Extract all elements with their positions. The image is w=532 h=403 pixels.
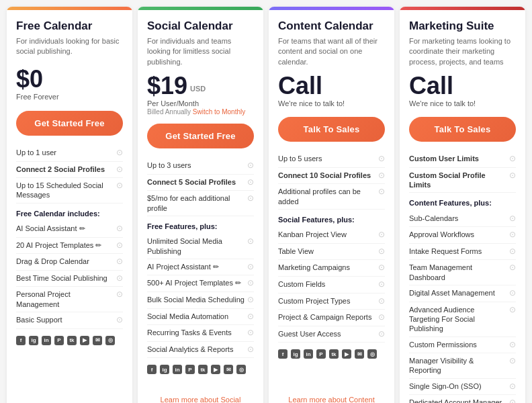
- info-icon-6: ⊙: [116, 273, 123, 284]
- feature-support-free: Basic Support ⊙: [16, 312, 123, 329]
- plan-desc-content: For teams that want all of their content…: [278, 36, 385, 67]
- yt-icon-s: ▶: [211, 365, 220, 374]
- plan-price-marketing: Call: [409, 74, 516, 98]
- feature-dam-marketing: Digital Asset Management ⊙: [409, 285, 516, 302]
- feature-user-limits-marketing: Custom User Limits ⊙: [409, 151, 516, 168]
- info-icon-0: ⊙: [116, 148, 123, 159]
- plan-body-social: Social Calendar For individuals and team…: [138, 10, 263, 403]
- info-icon-m0: ⊙: [509, 154, 516, 165]
- info-icon-m10: ⊙: [509, 382, 516, 392]
- feature-team-mgmt-marketing: Team Management Dashboard ⊙: [409, 260, 516, 285]
- info-icon-m6: ⊙: [509, 288, 516, 299]
- cta-button-marketing[interactable]: Talk To Sales: [409, 117, 516, 142]
- feature-automation-social: Social Media Automation ⊙: [147, 309, 254, 326]
- info-icon-s1: ⊙: [247, 177, 254, 188]
- feature-project-types-content: Custom Project Types ⊙: [278, 294, 385, 310]
- pin-icon-c: P: [316, 349, 326, 359]
- info-icon-s5: ⊙: [247, 278, 254, 289]
- fb-icon-s: f: [147, 365, 157, 374]
- feature-profiles-free: Connect 2 Social Profiles ⊙: [16, 162, 123, 179]
- li-icon: in: [42, 336, 51, 345]
- feature-unlimited-social: Unlimited Social Media Publishing ⊙: [147, 234, 254, 259]
- feature-users-content: Up to 5 users ⊙: [278, 151, 385, 168]
- feature-visibility-marketing: Manager Visibility & Reporting ⊙: [409, 353, 516, 379]
- info-icon-2: ⊙: [116, 181, 123, 191]
- plan-body-free: Free Calendar For individuals looking fo…: [7, 10, 132, 403]
- info-icon-m8: ⊙: [509, 340, 516, 351]
- feature-extra-content: Additional profiles can be added ⊙: [278, 184, 385, 210]
- pin-icon-s: P: [185, 365, 195, 374]
- tk-icon-c: tk: [329, 349, 339, 359]
- plan-name-content: Content Calendar: [278, 19, 385, 33]
- plan-name-marketing: Marketing Suite: [409, 19, 516, 33]
- info-icon-c8: ⊙: [378, 312, 385, 323]
- plan-price-sub-free: Free Forever: [16, 93, 123, 101]
- info-icon-4: ⊙: [116, 240, 123, 251]
- plan-body-marketing: Marketing Suite For marketing teams look…: [400, 10, 525, 403]
- cta-button-content[interactable]: Talk To Sales: [278, 117, 385, 142]
- social-icons-social: f ig in P tk ▶ ✉ ◎: [147, 365, 254, 374]
- info-icon-3: ⊙: [116, 224, 123, 234]
- feature-messages-free: Up to 15 Scheduled Social Messages ⊙: [16, 178, 123, 204]
- plan-price-content: Call: [278, 74, 385, 98]
- plan-name-free: Free Calendar: [16, 19, 123, 33]
- info-icon-c1: ⊙: [378, 171, 385, 181]
- info-icon-m5: ⊙: [509, 263, 516, 273]
- info-icon-c9: ⊙: [378, 329, 385, 340]
- plan-call-sub-marketing: We're nice to talk to!: [409, 99, 516, 107]
- feature-templates-social: 500+ AI Project Templates ✏ ⊙: [147, 275, 254, 292]
- plan-card-marketing: Marketing Suite For marketing teams look…: [400, 7, 525, 403]
- cta-button-free[interactable]: Get Started Free: [16, 111, 123, 136]
- plan-card-social: Social Calendar For individuals and team…: [138, 7, 263, 403]
- info-icon-m3: ⊙: [509, 230, 516, 240]
- feature-templates-free: 20 AI Project Templates ✏ ⊙: [16, 238, 123, 255]
- section-label-social: Free Features, plus:: [147, 216, 254, 234]
- info-icon-c5: ⊙: [378, 263, 385, 273]
- li-icon-c: in: [304, 349, 313, 359]
- info-icon-s9: ⊙: [247, 345, 254, 355]
- info-icon-8: ⊙: [116, 315, 123, 326]
- plan-price-row-social: $19 USD: [147, 74, 254, 98]
- plan-price-sub-social: Per User/Month: [147, 99, 254, 107]
- feature-project-free: Personal Project Management ⊙: [16, 287, 123, 312]
- feature-extra-social: $5/mo for each additional profile ⊙: [147, 191, 254, 216]
- info-icon-c3: ⊙: [378, 230, 385, 240]
- cta-button-social[interactable]: Get Started Free: [147, 124, 254, 148]
- feature-campaigns-content: Marketing Campaigns ⊙: [278, 260, 385, 277]
- info-icon-c6: ⊙: [378, 279, 385, 290]
- section-label-marketing: Content Features, plus:: [409, 193, 516, 210]
- learn-more-social[interactable]: Learn more about Social Calendar: [147, 392, 254, 403]
- info-icon-c7: ⊙: [378, 296, 385, 307]
- social-icons-content: f ig in P tk ▶ ✉ ◎: [278, 349, 385, 359]
- info-icon-m1: ⊙: [509, 171, 516, 181]
- info-icon-s8: ⊙: [247, 328, 254, 339]
- feature-custom-fields-content: Custom Fields ⊙: [278, 277, 385, 294]
- social-icons-free: f ig in P tk ▶ ✉ ◎: [16, 336, 123, 345]
- plan-card-content: Content Calendar For teams that want all…: [269, 7, 394, 403]
- feature-guest-content: Guest User Access ⊙: [278, 326, 385, 343]
- ig-icon-s: ig: [160, 365, 169, 374]
- feature-ai-social-free: AI Social Assistant ✏ ⊙: [16, 221, 123, 238]
- feature-permissions-marketing: Custom Permissions ⊙: [409, 337, 516, 354]
- section-label-content: Social Features, plus:: [278, 210, 385, 227]
- ig-icon-c: ig: [291, 349, 300, 359]
- feature-recurring-social: Recurring Tasks & Events ⊙: [147, 325, 254, 342]
- switch-to-monthly-link[interactable]: Switch to Monthly: [193, 108, 245, 116]
- plan-price-social: $19: [147, 74, 187, 98]
- feature-table-content: Table View ⊙: [278, 244, 385, 261]
- fb-icon: f: [16, 336, 26, 345]
- ig-icon: ig: [29, 336, 38, 345]
- pricing-container: Free Calendar For individuals looking fo…: [7, 7, 525, 403]
- learn-more-content[interactable]: Learn more about Content Calendar: [278, 392, 385, 403]
- plan-desc-social: For individuals and teams looking for li…: [147, 36, 254, 67]
- feature-kanban-content: Kanban Project View ⊙: [278, 227, 385, 244]
- plan-name-social: Social Calendar: [147, 19, 254, 33]
- plan-price-row-free: $0: [16, 67, 123, 91]
- plan-price-billed-social: Billed Annually Switch to Monthly: [147, 108, 254, 116]
- feature-sub-cal-marketing: Sub-Calendars ⊙: [409, 211, 516, 228]
- feature-best-time-free: Best Time Social Publishing ⊙: [16, 271, 123, 287]
- info-icon-s0: ⊙: [247, 161, 254, 171]
- info-icon-c2: ⊙: [378, 187, 385, 197]
- yt-icon-c: ▶: [342, 349, 351, 359]
- info-icon-5: ⊙: [116, 257, 123, 267]
